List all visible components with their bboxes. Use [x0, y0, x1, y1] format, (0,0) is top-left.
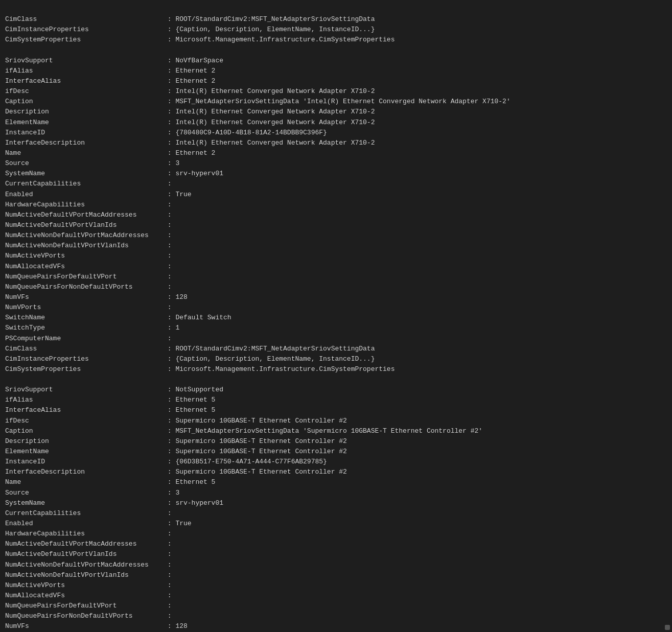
property-key: NumVPorts	[5, 302, 164, 313]
property-separator: :	[164, 169, 175, 179]
property-separator: :	[164, 230, 175, 241]
property-separator: :	[164, 364, 175, 374]
terminal-line: NumQueuePairsForNonDefaultVPorts :	[5, 282, 667, 292]
property-key: ElementName	[5, 118, 164, 128]
terminal-line: NumActiveDefaultVPortVlanIds :	[5, 549, 667, 559]
property-value: True	[175, 190, 191, 200]
property-key: NumActiveVPorts	[5, 580, 164, 591]
property-value: Supermicro 10GBASE-T Ethernet Controller…	[175, 416, 346, 426]
terminal-line: ifDesc : Intel(R) Ethernet Converged Net…	[5, 86, 667, 97]
property-value: 128	[175, 621, 187, 631]
terminal-line: InterfaceAlias : Ethernet 5	[5, 405, 667, 415]
property-value: Intel(R) Ethernet Converged Network Adap…	[175, 107, 375, 117]
terminal-line: NumQueuePairsForNonDefaultVPorts :	[5, 611, 667, 621]
terminal-line: Name : Ethernet 2	[5, 148, 667, 158]
property-separator: :	[164, 272, 175, 282]
property-separator: :	[164, 570, 175, 580]
property-key: SriovSupport	[5, 385, 164, 395]
terminal-line: InstanceID : {06D3B517-E750-4A71-A444-C7…	[5, 457, 667, 467]
property-key: NumActiveNonDefaultVPortMacAddresses	[5, 230, 164, 241]
property-value: Intel(R) Ethernet Converged Network Adap…	[175, 86, 375, 97]
terminal-line: Description : Intel(R) Ethernet Converge…	[5, 107, 667, 117]
property-key: SystemName	[5, 169, 164, 179]
property-key: PSComputerName	[5, 334, 164, 344]
terminal-line: NumAllocatedVFs :	[5, 591, 667, 601]
terminal-line: NumVFs : 128	[5, 292, 667, 302]
property-key: NumVFs	[5, 292, 164, 302]
property-separator: :	[164, 262, 175, 272]
terminal-line: SystemName : srv-hyperv01	[5, 169, 667, 179]
property-separator: :	[164, 179, 175, 189]
terminal-line: PSComputerName :	[5, 334, 667, 344]
terminal-line: Caption : MSFT_NetAdapterSriovSettingDat…	[5, 426, 667, 436]
terminal-line: NumActiveDefaultVPortVlanIds :	[5, 220, 667, 230]
property-separator: :	[164, 66, 175, 76]
property-value: 128	[175, 292, 187, 302]
property-separator: :	[164, 611, 175, 621]
property-key: InterfaceDescription	[5, 467, 164, 477]
property-value: {Caption, Description, ElementName, Inst…	[175, 25, 375, 35]
property-separator: :	[164, 35, 175, 45]
property-key: NumQueuePairsForNonDefaultVPorts	[5, 611, 164, 621]
property-key: SwitchType	[5, 323, 164, 333]
terminal-line: NumActiveDefaultVPortMacAddresses :	[5, 539, 667, 549]
property-key: HardwareCapabilities	[5, 529, 164, 539]
property-separator: :	[164, 436, 175, 447]
terminal-line: NumActiveNonDefaultVPortMacAddresses :	[5, 560, 667, 570]
property-key: NumQueuePairsForDefaultVPort	[5, 272, 164, 282]
property-key: Caption	[5, 426, 164, 436]
property-separator: :	[164, 621, 175, 631]
property-key: CimClass	[5, 14, 164, 25]
property-separator: :	[164, 128, 175, 138]
terminal-line: InterfaceAlias : Ethernet 2	[5, 76, 667, 86]
terminal-line: ifAlias : Ethernet 5	[5, 395, 667, 405]
property-key: Caption	[5, 97, 164, 107]
property-value: Default Switch	[175, 313, 231, 323]
property-separator: :	[164, 323, 175, 333]
property-key: SwitchName	[5, 313, 164, 323]
property-separator: :	[164, 601, 175, 611]
property-key: InterfaceDescription	[5, 138, 164, 148]
property-key: CimInstanceProperties	[5, 354, 164, 364]
property-key: ElementName	[5, 447, 164, 457]
property-value: srv-hyperv01	[175, 169, 223, 179]
terminal-line: ifDesc : Supermicro 10GBASE-T Ethernet C…	[5, 416, 667, 426]
terminal-line: NumActiveVPorts :	[5, 251, 667, 261]
terminal-line: SwitchType : 1	[5, 323, 667, 333]
property-value: Ethernet 2	[175, 76, 215, 86]
terminal-line: ElementName : Intel(R) Ethernet Converge…	[5, 118, 667, 128]
property-value: {06D3B517-E750-4A71-A444-C77F6AB29785}	[175, 457, 327, 467]
property-key: CimInstanceProperties	[5, 25, 164, 35]
property-value: Microsoft.Management.Infrastructure.CimS…	[175, 364, 395, 374]
terminal-line: Enabled : True	[5, 190, 667, 200]
empty-line	[5, 374, 667, 385]
property-key: SystemName	[5, 498, 164, 508]
terminal-line: SwitchName : Default Switch	[5, 313, 667, 323]
terminal-line: CurrentCapabilities :	[5, 508, 667, 519]
property-key: InterfaceAlias	[5, 76, 164, 86]
property-value: ROOT/StandardCimv2:MSFT_NetAdapterSriovS…	[175, 344, 375, 354]
terminal-line: CimSystemProperties : Microsoft.Manageme…	[5, 364, 667, 374]
terminal-line: Description : Supermicro 10GBASE-T Ether…	[5, 436, 667, 447]
property-key: NumAllocatedVFs	[5, 591, 164, 601]
property-key: Enabled	[5, 190, 164, 200]
property-key: NumActiveNonDefaultVPortVlanIds	[5, 241, 164, 251]
property-value: {Caption, Description, ElementName, Inst…	[175, 354, 375, 364]
property-key: Source	[5, 158, 164, 169]
property-value: Ethernet 2	[175, 66, 215, 76]
scrollbar-indicator[interactable]	[665, 625, 670, 630]
property-separator: :	[164, 344, 175, 354]
property-separator: :	[164, 282, 175, 292]
property-separator: :	[164, 251, 175, 261]
property-separator: :	[164, 508, 175, 519]
property-value: Ethernet 2	[175, 148, 215, 158]
property-value: 1	[175, 323, 179, 333]
property-separator: :	[164, 148, 175, 158]
terminal-line: NumVFs : 128	[5, 621, 667, 631]
property-value: srv-hyperv01	[175, 498, 223, 508]
terminal-line: ifAlias : Ethernet 2	[5, 66, 667, 76]
terminal-line: NumActiveNonDefaultVPortMacAddresses :	[5, 230, 667, 241]
property-separator: :	[164, 416, 175, 426]
terminal-line: NumActiveNonDefaultVPortVlanIds :	[5, 241, 667, 251]
terminal-output: CimClass : ROOT/StandardCimv2:MSFT_NetAd…	[5, 4, 667, 632]
